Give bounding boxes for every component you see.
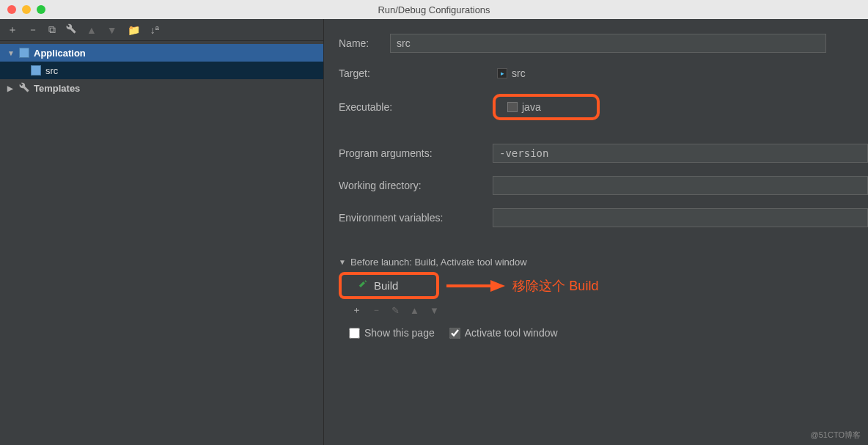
svg-marker-1 [490, 280, 505, 292]
name-label: Name: [339, 37, 390, 49]
build-task-item[interactable]: Build [347, 276, 430, 295]
before-launch-label: Before launch: Build, Activate tool wind… [350, 257, 527, 268]
maximize-window-button[interactable] [37, 5, 45, 14]
name-input[interactable] [390, 34, 826, 53]
wd-label: Working directory: [339, 180, 493, 191]
expander-icon: ▶ [7, 84, 15, 92]
tree-label: Application [34, 48, 86, 59]
target-label: Target: [339, 67, 493, 79]
arrow-icon [446, 279, 505, 293]
config-form: Name: Target: ▸ src Executable: java Pro… [324, 19, 868, 445]
build-label: Build [374, 279, 420, 292]
sidebar-toolbar: ＋ － ⧉ ▲ ▼ 📁 ↓ª [0, 19, 323, 41]
target-field[interactable]: ▸ src [493, 66, 530, 81]
env-label: Environment variables: [339, 212, 493, 224]
add-task-button[interactable]: ＋ [352, 304, 361, 317]
activate-window-input[interactable] [449, 328, 460, 339]
remove-task-button[interactable]: － [372, 304, 381, 317]
show-page-checkbox[interactable]: Show this page [349, 327, 435, 339]
application-icon [31, 65, 41, 76]
window-controls [7, 5, 45, 14]
configurations-sidebar: ＋ － ⧉ ▲ ▼ 📁 ↓ª ▼ Application src ▶ [0, 19, 324, 445]
show-page-label: Show this page [364, 327, 435, 339]
config-tree: ▼ Application src ▶ Templates [0, 41, 323, 97]
args-input[interactable] [493, 144, 868, 163]
target-value: src [512, 67, 526, 79]
tree-label: Templates [34, 83, 80, 94]
window-title: Run/Debug Configurations [378, 4, 490, 15]
executable-field[interactable]: java [503, 100, 589, 114]
edit-defaults-button[interactable] [66, 23, 76, 36]
watermark: @51CTO博客 [811, 430, 861, 441]
close-window-button[interactable] [7, 5, 16, 14]
executable-value: java [522, 101, 585, 113]
move-task-down-button[interactable]: ▼ [430, 305, 439, 316]
tree-label: src [45, 65, 58, 76]
remove-config-button[interactable]: － [28, 23, 38, 37]
before-launch-list: Build 移除这个 Build [339, 272, 868, 299]
tree-node-application[interactable]: ▼ Application [0, 44, 323, 62]
sort-button[interactable]: ↓ª [150, 24, 159, 36]
expander-icon: ▼ [339, 258, 346, 266]
before-launch-header[interactable]: ▼ Before launch: Build, Activate tool wi… [339, 257, 868, 268]
args-label: Program arguments: [339, 147, 493, 159]
wrench-icon [19, 82, 29, 95]
executable-highlight: java [493, 94, 600, 120]
minimize-window-button[interactable] [22, 5, 31, 14]
show-page-input[interactable] [349, 328, 360, 339]
file-icon [507, 102, 518, 112]
folder-button[interactable]: 📁 [128, 24, 140, 36]
expander-icon: ▼ [7, 49, 15, 57]
annotation-text: 移除这个 Build [512, 277, 598, 295]
add-config-button[interactable]: ＋ [7, 23, 18, 37]
application-icon [19, 48, 29, 58]
copy-config-button[interactable]: ⧉ [48, 23, 56, 36]
tree-node-src[interactable]: src [0, 62, 323, 79]
hammer-icon [358, 279, 368, 292]
activate-window-checkbox[interactable]: Activate tool window [449, 327, 558, 339]
move-task-up-button[interactable]: ▲ [410, 305, 419, 316]
terminal-icon: ▸ [497, 68, 507, 78]
edit-task-button[interactable]: ✎ [391, 305, 400, 316]
executable-label: Executable: [339, 101, 493, 113]
move-down-button[interactable]: ▼ [107, 24, 117, 36]
before-launch-toolbar: ＋ － ✎ ▲ ▼ [339, 299, 868, 317]
wd-input[interactable] [493, 176, 868, 195]
options-row: Show this page Activate tool window [339, 327, 868, 339]
titlebar: Run/Debug Configurations [0, 0, 868, 19]
env-input[interactable] [493, 208, 868, 227]
build-highlight: Build [339, 272, 439, 299]
tree-node-templates[interactable]: ▶ Templates [0, 79, 323, 97]
move-up-button[interactable]: ▲ [87, 24, 97, 36]
activate-window-label: Activate tool window [465, 327, 558, 339]
